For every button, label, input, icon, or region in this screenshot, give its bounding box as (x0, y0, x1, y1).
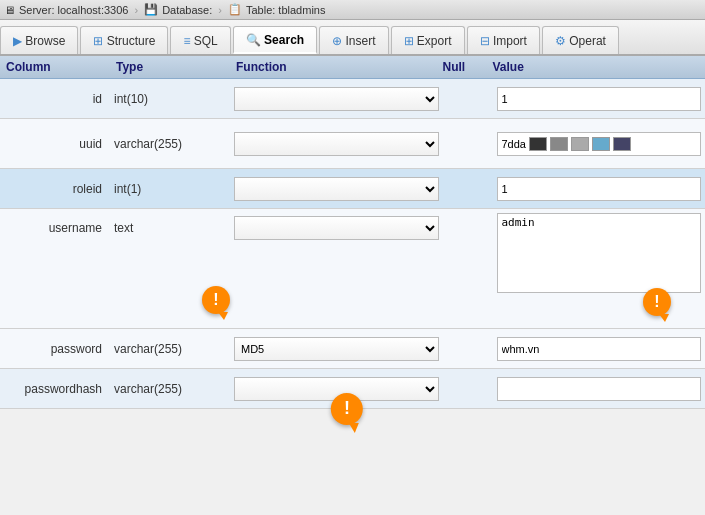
uuid-value-area[interactable]: 7dda (497, 132, 702, 156)
col-header-function: Function (236, 60, 443, 74)
cell-password-type: varchar(255) (110, 331, 230, 367)
cell-username-name: username (0, 209, 110, 245)
username-value-textarea[interactable]: admin (497, 213, 702, 293)
swatch-3[interactable] (571, 137, 589, 151)
value-warning-circle: ! (643, 288, 671, 316)
cell-uuid-type: varchar(255) (110, 126, 230, 162)
func-warning-bubble: ! (198, 282, 234, 318)
func-warning-circle: ! (202, 286, 230, 314)
nav-tabs: ▶ Browse ⊞ Structure ≡ SQL 🔍 Search ⊕ In… (0, 20, 705, 56)
cell-roleid-name: roleid (0, 171, 110, 207)
table-row: roleid int(1) MD5 (0, 169, 705, 209)
tab-search[interactable]: 🔍 Search (233, 26, 317, 54)
col-header-type: Type (116, 60, 236, 74)
table-header: Column Type Function Null Value (0, 56, 705, 79)
cell-password-name: password (0, 331, 110, 367)
table-row: passwordhash varchar(255) MD5 ! (0, 369, 705, 409)
password-function-select[interactable]: MD5SHA1 (234, 337, 439, 361)
cell-passwordhash-type: varchar(255) (110, 371, 230, 407)
password-value-input[interactable] (497, 337, 702, 361)
cell-roleid-type: int(1) (110, 171, 230, 207)
cell-username-type: text (110, 209, 230, 245)
swatch-4[interactable] (592, 137, 610, 151)
value-warning-tail (659, 314, 669, 322)
cell-passwordhash-null (443, 371, 493, 407)
cell-id-null (443, 81, 493, 117)
func-warning-tail (218, 312, 228, 320)
cell-username-func[interactable]: MD5 (230, 209, 443, 245)
table-label: Table: tbladmins (246, 4, 326, 16)
passwordhash-value-input[interactable] (497, 377, 702, 401)
hash-warning-circle: ! (331, 393, 363, 425)
database-label: Database: (162, 4, 212, 16)
search-icon: 🔍 (246, 33, 261, 47)
browse-icon: ▶ (13, 34, 22, 48)
col-header-value: Value (493, 60, 700, 74)
server-label: Server: localhost:3306 (19, 4, 128, 16)
cell-uuid-func[interactable]: MD5SHA1 (230, 126, 443, 162)
cell-id-func[interactable]: MD5SHA1 (230, 81, 443, 117)
tab-sql[interactable]: ≡ SQL (170, 26, 230, 54)
table-row: username text MD5 admin ! ! (0, 209, 705, 329)
data-area[interactable]: id int(10) MD5SHA1 uuid varchar(255) MD5… (0, 79, 705, 515)
hash-warning-tail (349, 423, 359, 433)
cell-password-null (443, 331, 493, 367)
database-icon: 💾 (144, 3, 158, 16)
swatch-2[interactable] (550, 137, 568, 151)
tab-structure[interactable]: ⊞ Structure (80, 26, 168, 54)
roleid-value-input[interactable] (497, 177, 702, 201)
tab-operations[interactable]: ⚙ Operat (542, 26, 619, 54)
cell-roleid-value[interactable] (493, 171, 706, 207)
table-row: uuid varchar(255) MD5SHA1 7dda (0, 119, 705, 169)
cell-password-func[interactable]: MD5SHA1 (230, 331, 443, 367)
insert-icon: ⊕ (332, 34, 342, 48)
operations-icon: ⚙ (555, 34, 566, 48)
cell-id-value[interactable] (493, 81, 706, 117)
cell-passwordhash-func[interactable]: MD5 ! (230, 371, 443, 407)
sql-icon: ≡ (183, 34, 190, 48)
col-header-column: Column (6, 60, 116, 74)
table-row: id int(10) MD5SHA1 (0, 79, 705, 119)
id-function-select[interactable]: MD5SHA1 (234, 87, 439, 111)
roleid-function-select[interactable]: MD5 (234, 177, 439, 201)
import-icon: ⊟ (480, 34, 490, 48)
color-swatches[interactable] (529, 137, 631, 151)
uuid-text-value: 7dda (502, 138, 526, 150)
cell-id-type: int(10) (110, 81, 230, 117)
swatch-5[interactable] (613, 137, 631, 151)
cell-password-value[interactable] (493, 331, 706, 367)
hash-warning-bubble: ! (329, 391, 365, 427)
tab-browse[interactable]: ▶ Browse (0, 26, 78, 54)
cell-uuid-null (443, 126, 493, 162)
id-value-input[interactable] (497, 87, 702, 111)
top-bar: 🖥 Server: localhost:3306 › 💾 Database: ›… (0, 0, 705, 20)
cell-roleid-null (443, 171, 493, 207)
export-icon: ⊞ (404, 34, 414, 48)
structure-icon: ⊞ (93, 34, 103, 48)
cell-passwordhash-value[interactable] (493, 371, 706, 407)
cell-uuid-name: uuid (0, 126, 110, 162)
server-icon: 🖥 (4, 4, 15, 16)
value-warning-bubble: ! (639, 284, 675, 320)
swatch-1[interactable] (529, 137, 547, 151)
col-header-null: Null (443, 60, 493, 74)
cell-uuid-value[interactable]: 7dda (493, 126, 706, 162)
username-function-select[interactable]: MD5 (234, 216, 439, 240)
table-row: password varchar(255) MD5SHA1 (0, 329, 705, 369)
cell-username-null (443, 209, 493, 245)
tab-export[interactable]: ⊞ Export (391, 26, 465, 54)
cell-passwordhash-name: passwordhash (0, 371, 110, 407)
cell-roleid-func[interactable]: MD5 (230, 171, 443, 207)
tab-insert[interactable]: ⊕ Insert (319, 26, 388, 54)
table-icon: 📋 (228, 3, 242, 16)
tab-import[interactable]: ⊟ Import (467, 26, 540, 54)
cell-id-name: id (0, 81, 110, 117)
uuid-function-select[interactable]: MD5SHA1 (234, 132, 439, 156)
